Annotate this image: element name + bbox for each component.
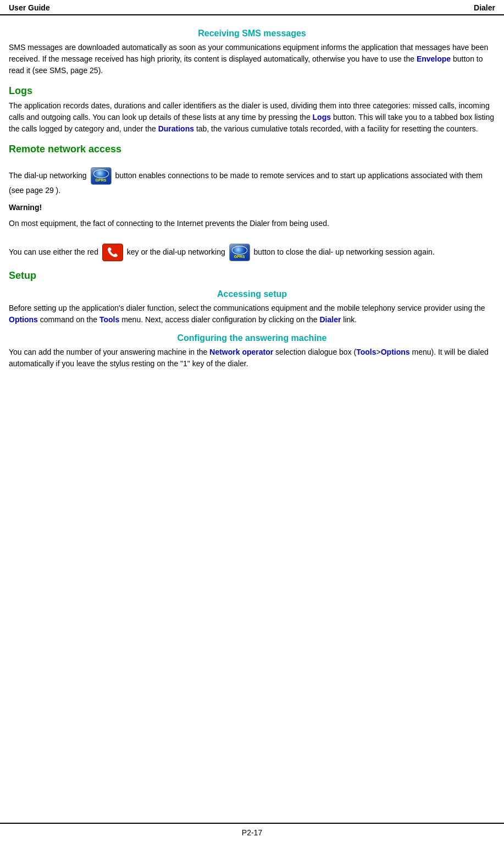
remote-text4: key or the dial-up networking [127, 247, 225, 256]
options-link2: Options [381, 348, 410, 356]
warning-paragraph: On most equipment, the fact of connectin… [9, 218, 495, 229]
page-header: User Guide Dialer [0, 0, 504, 15]
gprs-icon-2: GPRS [229, 244, 250, 261]
network-operator-link: Network operator [209, 348, 273, 356]
remote-network-paragraph2: You can use either the red key or the di… [9, 244, 495, 261]
envelope-link: Envelope [417, 54, 451, 63]
logs-text3: tab, the various cumulative totals recor… [196, 124, 478, 133]
dialer-link: Dialer [319, 315, 341, 324]
accessing-text1: Before setting up the application's dial… [9, 304, 485, 312]
page-footer: P2-17 [0, 823, 504, 837]
accessing-text2: command on the [40, 315, 97, 324]
logs-heading: Logs [9, 85, 495, 97]
remote-text1: The dial-up networking [9, 171, 87, 180]
gprs-icon-1: GPRS [91, 167, 112, 185]
config-text2: selection dialogue box ( [275, 348, 356, 356]
remote-network-paragraph1: The dial-up networking GPRS button enabl… [9, 167, 495, 196]
main-content: Receiving SMS messages SMS messages are … [0, 15, 504, 408]
remote-text3: You can use either the red [9, 247, 98, 256]
durations-link: Durations [158, 124, 194, 133]
warning-label: Warning! [9, 202, 495, 213]
tools-link: Tools [99, 315, 119, 324]
configuring-answering-heading: Configuring the answering machine [9, 333, 495, 343]
warning-text: On most equipment, the fact of connectin… [9, 219, 329, 228]
page-number: P2-17 [242, 828, 262, 837]
accessing-text3: menu. Next, access dialer configuration … [121, 315, 317, 324]
remote-network-heading: Remote network access [9, 144, 495, 155]
configuring-paragraph: You can add the number of your answering… [9, 346, 495, 370]
receiving-sms-paragraph: SMS messages are downloaded automaticall… [9, 42, 495, 76]
logs-link: Logs [313, 113, 331, 122]
header-left-label: User Guide [9, 3, 50, 12]
remote-text5: button to close the dial- up networking … [254, 247, 435, 256]
receiving-sms-heading: Receiving SMS messages [9, 29, 495, 38]
header-right-label: Dialer [474, 3, 495, 12]
logs-paragraph: The application records dates, durations… [9, 100, 495, 135]
accessing-setup-heading: Accessing setup [9, 289, 495, 299]
accessing-text4: link. [343, 315, 357, 324]
red-phone-icon [102, 244, 123, 261]
config-text1: You can add the number of your answering… [9, 348, 207, 356]
tools-link2: Tools [356, 348, 376, 356]
warning-bold-text: Warning! [9, 203, 42, 212]
setup-heading: Setup [9, 270, 495, 282]
accessing-setup-paragraph: Before setting up the application's dial… [9, 302, 495, 326]
options-link: Options [9, 315, 38, 324]
